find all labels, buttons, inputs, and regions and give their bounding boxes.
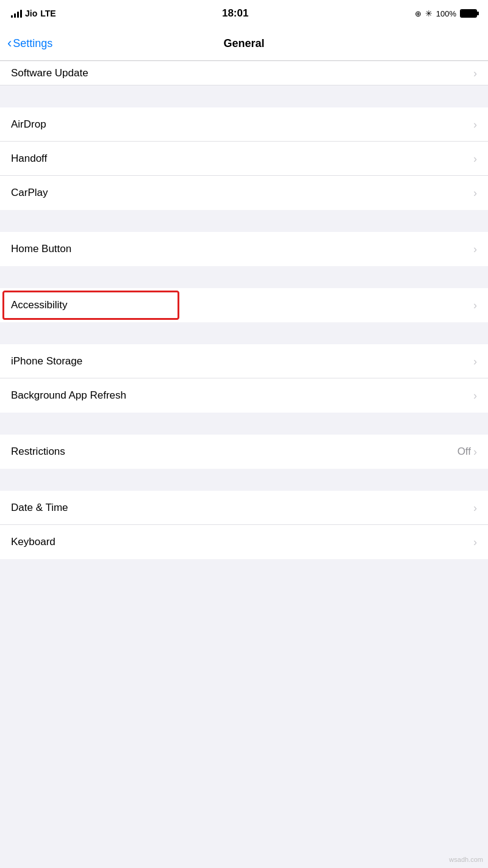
page-title: General bbox=[223, 37, 264, 50]
back-button[interactable]: ‹ Settings bbox=[7, 37, 52, 50]
separator-6 bbox=[0, 469, 488, 491]
separator-5 bbox=[0, 413, 488, 435]
date-time-row[interactable]: Date & Time › bbox=[0, 491, 488, 525]
carplay-chevron: › bbox=[473, 187, 477, 198]
status-time: 18:01 bbox=[222, 7, 248, 20]
accessibility-label: Accessibility bbox=[11, 299, 68, 311]
section-software-update: Software Update › bbox=[0, 61, 488, 85]
software-update-chevron: › bbox=[473, 68, 477, 79]
handoff-chevron: › bbox=[473, 153, 477, 164]
restrictions-label: Restrictions bbox=[11, 446, 65, 458]
background-app-refresh-chevron: › bbox=[473, 390, 477, 401]
nav-bar: ‹ Settings General bbox=[0, 27, 488, 61]
section-restrictions: Restrictions Off › bbox=[0, 435, 488, 469]
airdrop-row[interactable]: AirDrop › bbox=[0, 107, 488, 142]
battery-fill bbox=[461, 10, 476, 16]
section-accessibility: Accessibility › bbox=[0, 288, 488, 322]
carplay-row[interactable]: CarPlay › bbox=[0, 176, 488, 210]
separator-1 bbox=[0, 85, 488, 107]
restrictions-row[interactable]: Restrictions Off › bbox=[0, 435, 488, 469]
watermark: wsadh.com bbox=[449, 856, 483, 863]
carrier-label: Jio bbox=[25, 9, 37, 18]
screen-lock-icon: ⊕ bbox=[415, 9, 422, 18]
software-update-row[interactable]: Software Update › bbox=[0, 61, 488, 85]
section-airdrop-group: AirDrop › Handoff › CarPlay › bbox=[0, 107, 488, 210]
handoff-label: Handoff bbox=[11, 153, 47, 165]
airdrop-label: AirDrop bbox=[11, 118, 46, 131]
accessibility-chevron: › bbox=[473, 300, 477, 311]
iphone-storage-label: iPhone Storage bbox=[11, 355, 82, 367]
software-update-label: Software Update bbox=[11, 67, 88, 79]
bluetooth-icon: ✳ bbox=[425, 9, 432, 18]
back-label: Settings bbox=[13, 37, 52, 50]
battery-percent: 100% bbox=[436, 9, 456, 18]
home-button-label: Home Button bbox=[11, 243, 71, 255]
background-app-refresh-label: Background App Refresh bbox=[11, 389, 126, 402]
keyboard-row[interactable]: Keyboard › bbox=[0, 525, 488, 559]
restrictions-right: Off › bbox=[458, 446, 477, 458]
status-right: ⊕ ✳ 100% bbox=[415, 9, 477, 18]
carplay-label: CarPlay bbox=[11, 187, 48, 199]
separator-3 bbox=[0, 266, 488, 288]
iphone-storage-row[interactable]: iPhone Storage › bbox=[0, 344, 488, 378]
restrictions-value: Off bbox=[458, 446, 471, 458]
restrictions-chevron: › bbox=[473, 446, 477, 457]
date-time-chevron: › bbox=[473, 502, 477, 513]
date-time-label: Date & Time bbox=[11, 502, 68, 514]
battery-icon bbox=[460, 9, 477, 18]
keyboard-chevron: › bbox=[473, 537, 477, 548]
background-app-refresh-row[interactable]: Background App Refresh › bbox=[0, 378, 488, 413]
airdrop-chevron: › bbox=[473, 119, 477, 130]
iphone-storage-chevron: › bbox=[473, 356, 477, 367]
home-button-row[interactable]: Home Button › bbox=[0, 232, 488, 266]
separator-2 bbox=[0, 210, 488, 232]
section-datetime-group: Date & Time › Keyboard › bbox=[0, 491, 488, 559]
separator-4 bbox=[0, 322, 488, 344]
status-bar: Jio LTE 18:01 ⊕ ✳ 100% bbox=[0, 0, 488, 27]
status-left: Jio LTE bbox=[11, 9, 56, 18]
network-label: LTE bbox=[40, 9, 56, 18]
home-button-chevron: › bbox=[473, 244, 477, 255]
back-chevron-icon: ‹ bbox=[7, 37, 12, 50]
signal-icon bbox=[11, 9, 22, 18]
section-home-button: Home Button › bbox=[0, 232, 488, 266]
accessibility-row[interactable]: Accessibility › bbox=[0, 288, 488, 322]
handoff-row[interactable]: Handoff › bbox=[0, 142, 488, 176]
section-storage-group: iPhone Storage › Background App Refresh … bbox=[0, 344, 488, 413]
keyboard-label: Keyboard bbox=[11, 536, 56, 548]
